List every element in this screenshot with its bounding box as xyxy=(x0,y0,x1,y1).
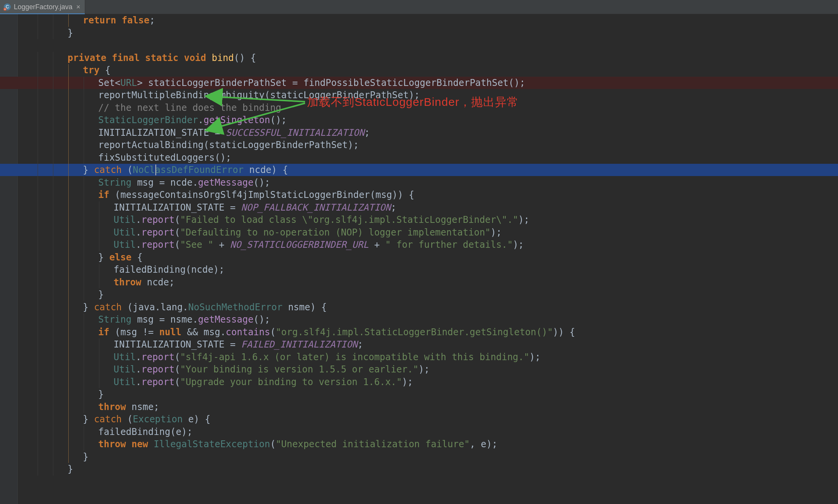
indent-guide xyxy=(68,451,69,463)
code-line[interactable]: } xyxy=(37,451,838,463)
indent-guide xyxy=(68,251,69,264)
indent-guide xyxy=(99,376,99,389)
code-text: INITIALIZATION_STATE = SUCCESSFUL_INITIA… xyxy=(98,127,370,139)
code-text: Util.report("See " + NO_STATICLOGGERBIND… xyxy=(114,239,524,251)
indent-guide xyxy=(38,14,38,27)
indent-guide xyxy=(53,201,53,214)
code-line[interactable]: Util.report("Defaulting to no-operation … xyxy=(37,226,838,239)
indent-guide xyxy=(99,226,99,239)
code-line[interactable]: throw ncde; xyxy=(37,276,838,288)
indent-guide xyxy=(38,413,38,426)
caret xyxy=(155,165,156,175)
code-line[interactable]: String msg = nsme.getMessage(); xyxy=(37,313,838,326)
indent-guide xyxy=(84,338,84,351)
indent-guide xyxy=(53,64,53,77)
indent-guide xyxy=(84,114,84,127)
indent-guide xyxy=(68,338,69,351)
code-line[interactable]: try { xyxy=(37,64,838,76)
indent-guide xyxy=(53,214,53,226)
code-line[interactable]: } else { xyxy=(37,251,838,264)
code-text: String msg = ncde.getMessage(); xyxy=(98,176,270,189)
indent-guide xyxy=(38,27,38,40)
code-line[interactable]: throw new IllegalStateException("Unexpec… xyxy=(37,438,838,450)
code-line[interactable]: } catch (Exception e) { xyxy=(37,413,838,425)
code-line[interactable]: private final static void bind() { xyxy=(37,52,838,64)
indent-guide xyxy=(38,426,38,438)
code-text: private final static void bind() { xyxy=(68,52,256,64)
code-line[interactable]: INITIALIZATION_STATE = NOP_FALLBACK_INIT… xyxy=(37,201,838,214)
code-line[interactable]: } xyxy=(37,27,838,39)
code-text: } xyxy=(83,451,88,463)
code-text: fixSubstitutedLoggers(); xyxy=(98,152,231,164)
code-line[interactable]: String msg = ncde.getMessage(); xyxy=(37,176,838,189)
tab-loggerfactory[interactable]: C LoggerFactory.java × xyxy=(0,0,85,14)
indent-guide xyxy=(99,201,99,214)
code-text: } else { xyxy=(98,251,143,264)
code-line[interactable] xyxy=(37,39,838,51)
indent-guide xyxy=(53,451,53,463)
code-line[interactable]: } catch (java.lang.NoSuchMethodError nsm… xyxy=(37,301,838,313)
code-line[interactable]: Util.report("slf4j-api 1.6.x (or later) … xyxy=(37,351,838,363)
indent-guide xyxy=(53,27,53,40)
editor[interactable]: return false;}private final static void … xyxy=(0,14,838,504)
code-line[interactable]: StaticLoggerBinder.getSingleton(); xyxy=(37,114,838,126)
code-line[interactable]: Util.report("Upgrade your binding to ver… xyxy=(37,376,838,388)
indent-guide xyxy=(38,77,38,89)
indent-guide xyxy=(53,114,53,127)
code-line[interactable]: INITIALIZATION_STATE = SUCCESSFUL_INITIA… xyxy=(37,127,838,139)
indent-guide xyxy=(38,376,38,389)
indent-guide xyxy=(84,176,84,189)
indent-guide xyxy=(99,351,99,364)
indent-guide xyxy=(53,326,53,339)
code-line[interactable]: if (msg != null && msg.contains("org.slf… xyxy=(37,326,838,338)
code-line[interactable]: } xyxy=(37,463,838,475)
code-line[interactable]: failedBinding(ncde); xyxy=(37,264,838,276)
indent-guide xyxy=(84,351,84,364)
code-line[interactable]: if (messageContainsOrgSlf4jImplStaticLog… xyxy=(37,189,838,201)
code-line[interactable]: } xyxy=(37,388,838,400)
indent-guide xyxy=(53,264,53,276)
code-line[interactable]: throw nsme; xyxy=(37,401,838,413)
code-text: reportActualBinding(staticLoggerBinderPa… xyxy=(98,139,359,152)
code-line[interactable]: reportActualBinding(staticLoggerBinderPa… xyxy=(37,139,838,151)
indent-guide xyxy=(53,127,53,139)
indent-guide xyxy=(38,152,38,164)
code-line[interactable]: Set<URL> staticLoggerBinderPathSet = fin… xyxy=(37,77,838,89)
code-line[interactable]: fixSubstitutedLoggers(); xyxy=(37,152,838,164)
indent-guide xyxy=(68,313,69,326)
indent-guide xyxy=(53,363,53,376)
code-line[interactable]: INITIALIZATION_STATE = FAILED_INITIALIZA… xyxy=(37,338,838,351)
indent-guide xyxy=(53,102,53,114)
indent-guide xyxy=(38,313,38,326)
code-line[interactable]: } xyxy=(37,288,838,301)
indent-guide xyxy=(38,64,38,77)
indent-guide xyxy=(84,214,84,226)
indent-guide xyxy=(38,139,38,152)
code-line[interactable]: return false; xyxy=(37,14,838,26)
indent-guide xyxy=(84,438,84,451)
indent-guide xyxy=(53,426,53,438)
indent-guide xyxy=(68,376,69,389)
code-line[interactable]: Util.report("Your binding is version 1.5… xyxy=(37,363,838,376)
indent-guide xyxy=(53,301,53,314)
indent-guide xyxy=(53,239,53,251)
indent-guide xyxy=(68,388,69,401)
code-line[interactable]: Util.report("Failed to load class \"org.… xyxy=(37,214,838,226)
code-text: if (messageContainsOrgSlf4jImplStaticLog… xyxy=(98,189,414,201)
code-line[interactable]: } catch (NoClassDefFoundError ncde) { xyxy=(37,164,838,176)
indent-guide xyxy=(84,388,84,401)
code-line[interactable]: failedBinding(e); xyxy=(37,426,838,438)
code-area[interactable]: return false;}private final static void … xyxy=(26,14,838,504)
indent-guide xyxy=(84,251,84,264)
code-line[interactable]: Util.report("See " + NO_STATICLOGGERBIND… xyxy=(37,239,838,251)
indent-guide xyxy=(68,64,69,77)
indent-guide xyxy=(53,139,53,152)
tab-close-icon[interactable]: × xyxy=(76,3,81,10)
code-text: } catch (java.lang.NoSuchMethodError nsm… xyxy=(83,301,327,314)
indent-guide xyxy=(53,401,53,413)
indent-guide xyxy=(84,189,84,201)
indent-guide xyxy=(84,127,84,139)
indent-guide xyxy=(68,201,69,214)
indent-guide xyxy=(53,14,53,27)
indent-guide xyxy=(53,438,53,451)
